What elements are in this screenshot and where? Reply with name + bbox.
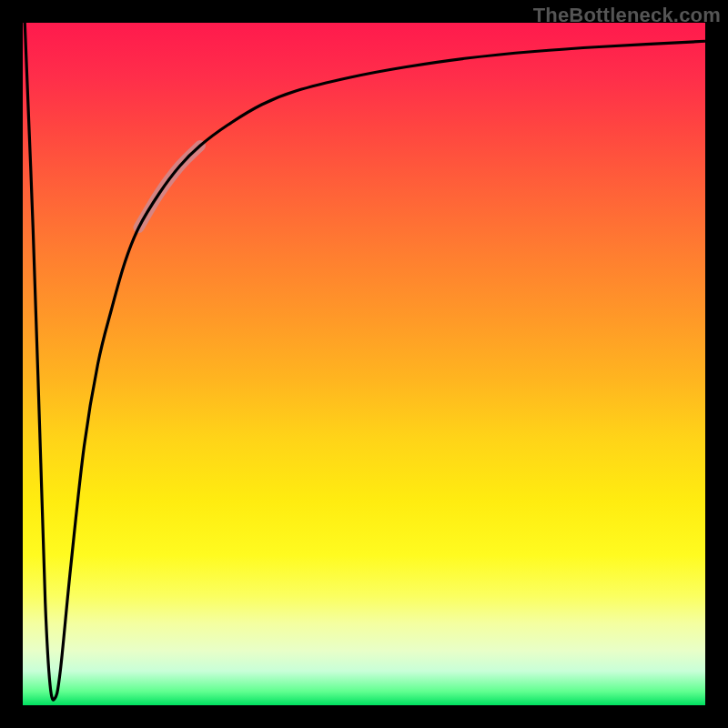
watermark-text: TheBottleneck.com xyxy=(533,4,721,27)
bottleneck-curve xyxy=(25,23,705,700)
curve-layer xyxy=(23,23,705,705)
chart-frame: TheBottleneck.com xyxy=(0,0,728,728)
curve-highlight xyxy=(139,146,201,228)
